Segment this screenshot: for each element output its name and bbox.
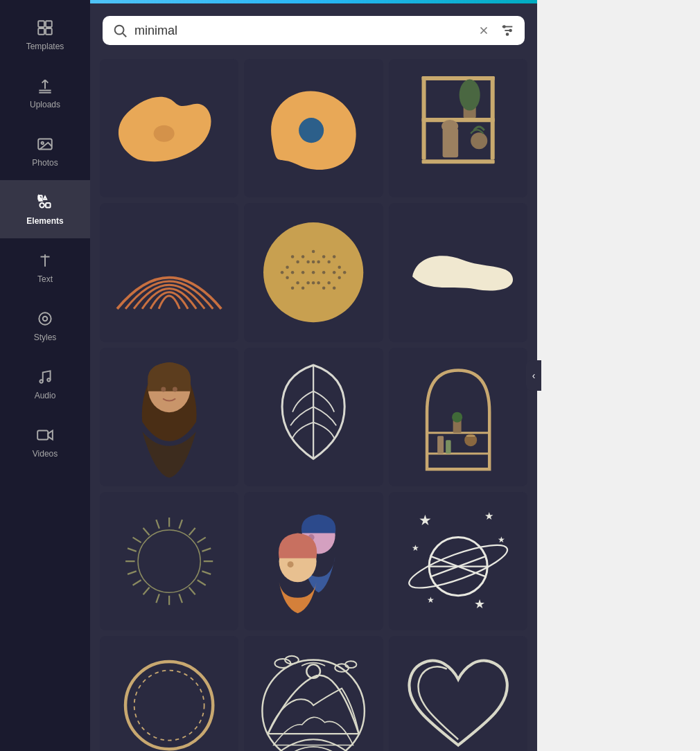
svg-point-53 [297,281,300,285]
svg-line-97 [156,520,159,529]
sidebar-item-photos[interactable]: Photos [0,122,90,180]
sidebar-item-audio[interactable]: Audio [0,355,90,413]
search-clear-button[interactable] [478,24,490,37]
svg-point-62 [291,287,295,290]
text-icon [35,251,55,270]
grid-item-14[interactable] [244,636,383,751]
svg-line-89 [156,594,159,603]
svg-point-16 [115,26,124,35]
svg-point-67 [286,276,290,280]
sidebar-label-uploads: Uploads [30,100,60,109]
sidebar: Templates Uploads Photos [0,0,90,751]
sidebar-item-elements[interactable]: Elements [0,180,90,238]
sidebar-item-videos[interactable]: Videos [0,413,90,471]
sidebar-label-elements: Elements [26,216,63,226]
svg-point-14 [47,378,50,381]
svg-text:★: ★ [498,535,505,545]
sidebar-label-videos: Videos [33,449,58,459]
svg-text:★: ★ [411,543,419,553]
collapse-panel-button[interactable]: ‹ [526,360,541,391]
svg-line-86 [189,587,195,595]
svg-point-39 [312,271,315,274]
svg-rect-32 [490,76,494,159]
svg-text:★: ★ [484,510,493,522]
grid-item-1[interactable] [100,59,238,197]
svg-rect-78 [437,436,444,454]
svg-point-5 [42,142,44,144]
main-panel: ★ ★ ★ ★ ★ ★ [90,0,537,751]
svg-point-58 [291,256,295,259]
svg-point-27 [299,118,324,143]
svg-line-91 [133,580,141,585]
svg-text:★: ★ [473,597,484,611]
uploads-icon [35,76,55,96]
svg-point-65 [286,266,290,270]
sidebar-label-templates: Templates [26,42,64,51]
right-panel: ‹ [537,0,700,751]
sidebar-item-text[interactable]: Text [0,238,90,297]
sidebar-label-audio: Audio [35,391,56,400]
sidebar-item-templates[interactable]: Templates [0,6,90,64]
grid-item-15[interactable] [389,636,527,751]
search-box [103,16,525,45]
svg-point-66 [338,266,342,270]
svg-rect-29 [421,118,494,122]
grid-item-10[interactable] [100,492,238,630]
svg-point-82 [138,530,200,592]
grid-item-13[interactable] [100,636,238,751]
svg-rect-15 [37,431,48,440]
sidebar-item-uploads[interactable]: Uploads [0,64,90,122]
svg-point-37 [471,132,487,149]
svg-rect-79 [446,440,451,454]
svg-line-92 [128,571,137,574]
svg-rect-3 [46,28,52,35]
sidebar-label-styles: Styles [34,333,57,342]
svg-point-77 [452,412,462,422]
svg-point-64 [343,271,347,274]
grid-item-12[interactable]: ★ ★ ★ ★ ★ ★ [389,492,527,630]
svg-point-118 [125,662,213,749]
grid-item-5[interactable] [244,203,383,342]
grid-item-9[interactable] [389,348,527,486]
search-area [90,3,537,53]
svg-line-94 [128,548,137,551]
svg-point-44 [312,260,315,264]
svg-point-57 [333,256,336,259]
grid-item-8[interactable] [244,348,383,486]
svg-point-13 [40,380,42,382]
svg-line-84 [202,571,211,574]
svg-rect-1 [46,21,52,27]
sidebar-label-photos: Photos [32,158,58,168]
svg-line-17 [123,33,126,37]
svg-line-85 [198,580,206,585]
svg-point-61 [301,287,305,290]
svg-point-12 [43,317,48,321]
svg-point-54 [322,256,326,259]
sidebar-item-styles[interactable]: Styles [0,297,90,355]
grid-item-11[interactable] [244,492,383,630]
svg-point-42 [301,271,305,274]
search-input[interactable] [134,24,471,38]
elements-icon [35,193,55,212]
audio-icon [35,367,55,387]
grid-item-6[interactable] [389,203,527,342]
svg-point-52 [328,281,331,285]
grid-item-7[interactable] [100,348,238,486]
svg-point-46 [317,260,321,264]
svg-line-100 [189,528,195,536]
svg-line-102 [202,548,211,551]
grid-item-3[interactable] [389,59,527,197]
svg-point-36 [441,120,458,132]
svg-point-55 [312,250,315,254]
svg-point-40 [322,271,326,274]
photos-icon [35,134,55,154]
svg-point-47 [328,260,331,264]
grid-item-4[interactable] [100,203,238,342]
svg-point-106 [288,561,294,567]
svg-point-48 [307,260,310,264]
svg-point-63 [281,271,284,274]
svg-point-59 [322,287,326,290]
svg-line-101 [198,538,206,543]
search-filter-button[interactable] [500,23,515,38]
grid-item-2[interactable] [244,59,383,197]
